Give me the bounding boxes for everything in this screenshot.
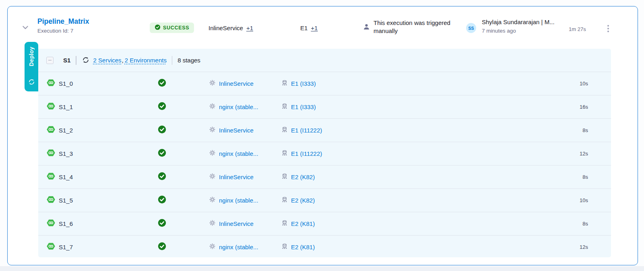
status-label: SUCCESS: [163, 25, 189, 31]
stage-tab-label: Deploy: [28, 47, 35, 66]
stage-row[interactable]: S1_6 InlineService: [38, 212, 611, 235]
stage-name-link[interactable]: S1_5: [59, 197, 73, 204]
service-gear-icon: [209, 103, 216, 111]
stage-hexagon-icon: [46, 148, 56, 159]
stage-name-link[interactable]: S1_3: [59, 150, 73, 157]
chevron-down-icon[interactable]: [21, 23, 29, 31]
stage-row[interactable]: S1_5 nginx (stable...: [38, 188, 611, 212]
environment-link[interactable]: E1 (I333): [291, 103, 316, 110]
environment-infra-icon: [281, 243, 288, 251]
stage-name-link[interactable]: S1_0: [59, 80, 73, 87]
environments-count-link[interactable]: 2 Environments: [125, 57, 167, 64]
stage-row[interactable]: S1_1 nginx (stable...: [38, 95, 611, 118]
service-link[interactable]: InlineService: [219, 80, 254, 87]
execution-duration: 1m 27s: [569, 26, 586, 32]
success-check-icon: [158, 149, 166, 159]
environment-infra-icon: [281, 80, 288, 88]
service-link[interactable]: nginx (stable...: [219, 197, 258, 204]
service-link[interactable]: nginx (stable...: [219, 150, 258, 157]
service-gear-icon: [209, 149, 216, 158]
pipeline-name-link[interactable]: Pipeline_Matrix: [37, 17, 89, 26]
divider: [76, 56, 76, 65]
environment-link[interactable]: E2 (K81): [291, 220, 315, 227]
execution-id-label: Execution Id: 7: [37, 28, 89, 34]
stage-name-link[interactable]: S1_1: [59, 103, 73, 110]
user-silhouette-icon: [363, 23, 370, 35]
success-check-icon: [158, 125, 166, 135]
stage-hexagon-icon: [46, 172, 56, 182]
title-block: Pipeline_Matrix Execution Id: 7: [37, 17, 89, 34]
stage-name-link[interactable]: S1_6: [59, 220, 73, 227]
stage-duration: 16s: [580, 104, 588, 110]
stages-count-label: 8 stages: [178, 57, 200, 64]
stage-row[interactable]: S1_7 nginx (stable...: [38, 235, 611, 259]
service-gear-icon: [209, 243, 216, 251]
stage-hexagon-icon: [46, 195, 56, 206]
kebab-menu-icon[interactable]: [604, 24, 612, 33]
services-more-link[interactable]: +1: [246, 25, 253, 31]
environment-infra-icon: [281, 150, 288, 158]
service-link[interactable]: nginx (stable...: [219, 244, 258, 250]
environment-infra-icon: [281, 173, 288, 181]
matrix-group-label: S1: [63, 57, 70, 64]
success-check-icon: [158, 79, 166, 89]
environment-infra-icon: [281, 126, 288, 134]
environments-summary: E1 +1: [300, 25, 318, 31]
success-check-icon: [158, 219, 166, 229]
service-gear-icon: [209, 79, 216, 88]
stage-row[interactable]: S1_2 InlineService: [38, 118, 611, 142]
environment-link[interactable]: E2 (K82): [291, 174, 315, 180]
stage-hexagon-icon: [46, 101, 56, 112]
stage-row[interactable]: S1_4 InlineService: [38, 165, 611, 188]
environment-primary-label: E1: [300, 25, 308, 31]
trigger-text: This execution was triggered manually: [374, 19, 467, 35]
matrix-group-header: S1 2 Services , 2 Environments 8 stages: [38, 49, 611, 72]
service-link[interactable]: InlineService: [219, 174, 254, 180]
stage-duration: 10s: [580, 81, 588, 87]
environment-link[interactable]: E2 (K81): [291, 244, 315, 250]
service-gear-icon: [209, 173, 216, 181]
matrix-loop-icon: [28, 78, 35, 87]
service-gear-icon: [209, 126, 216, 134]
environment-link[interactable]: E1 (I333): [291, 80, 316, 87]
collapse-minus-icon[interactable]: [46, 57, 54, 64]
stage-name-link[interactable]: S1_2: [59, 127, 73, 134]
status-badge: SUCCESS: [150, 23, 194, 33]
comma: ,: [122, 57, 124, 64]
stage-row[interactable]: S1_3 nginx (stable...: [38, 142, 611, 165]
service-primary-label: InlineService: [208, 25, 243, 31]
stage-duration: 8s: [582, 127, 588, 133]
stage-hexagon-icon: [46, 218, 56, 229]
execution-header: Pipeline_Matrix Execution Id: 7 SUCCESS …: [8, 6, 638, 47]
environment-link[interactable]: E1 (I11222): [291, 150, 322, 157]
stage-duration: 8s: [582, 174, 588, 180]
environment-infra-icon: [281, 220, 288, 228]
service-gear-icon: [209, 196, 216, 205]
services-count-link[interactable]: 2 Services: [93, 57, 122, 64]
stage-duration: 12s: [580, 151, 588, 157]
stage-tab-deploy[interactable]: Deploy: [25, 42, 38, 91]
stage-row[interactable]: S1_0 InlineService: [38, 72, 611, 95]
avatar[interactable]: SS: [466, 23, 476, 33]
stage-hexagon-icon: [46, 242, 56, 252]
page-background-strip: [0, 266, 644, 271]
service-link[interactable]: nginx (stable...: [219, 103, 258, 110]
divider: [172, 56, 172, 65]
execution-card: Pipeline_Matrix Execution Id: 7 SUCCESS …: [7, 6, 638, 265]
stage-duration: 12s: [580, 244, 588, 250]
environments-more-link[interactable]: +1: [311, 25, 318, 31]
environment-infra-icon: [281, 197, 288, 205]
environment-link[interactable]: E1 (I11222): [291, 127, 322, 134]
environment-link[interactable]: E2 (K82): [291, 197, 315, 204]
stage-name-link[interactable]: S1_7: [59, 244, 73, 250]
services-summary: InlineService +1: [208, 25, 253, 31]
time-ago: 7 minutes ago: [482, 28, 555, 34]
service-gear-icon: [209, 219, 216, 228]
success-check-icon: [158, 102, 166, 112]
success-check-icon: [158, 195, 166, 205]
service-link[interactable]: InlineService: [219, 220, 254, 227]
service-link[interactable]: InlineService: [219, 127, 254, 134]
stage-name-link[interactable]: S1_4: [59, 174, 73, 180]
trigger-info: This execution was triggered manually: [363, 19, 467, 35]
success-check-icon: [158, 242, 166, 252]
